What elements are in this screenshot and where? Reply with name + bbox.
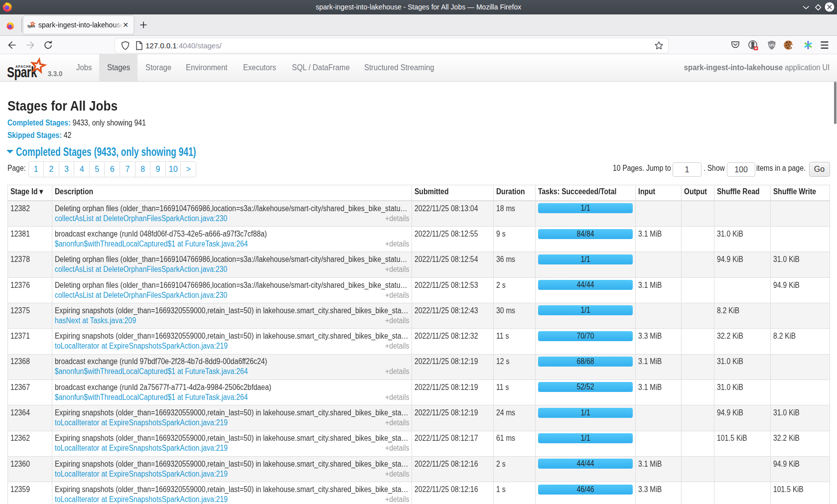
svg-text:UO: UO xyxy=(769,43,775,47)
